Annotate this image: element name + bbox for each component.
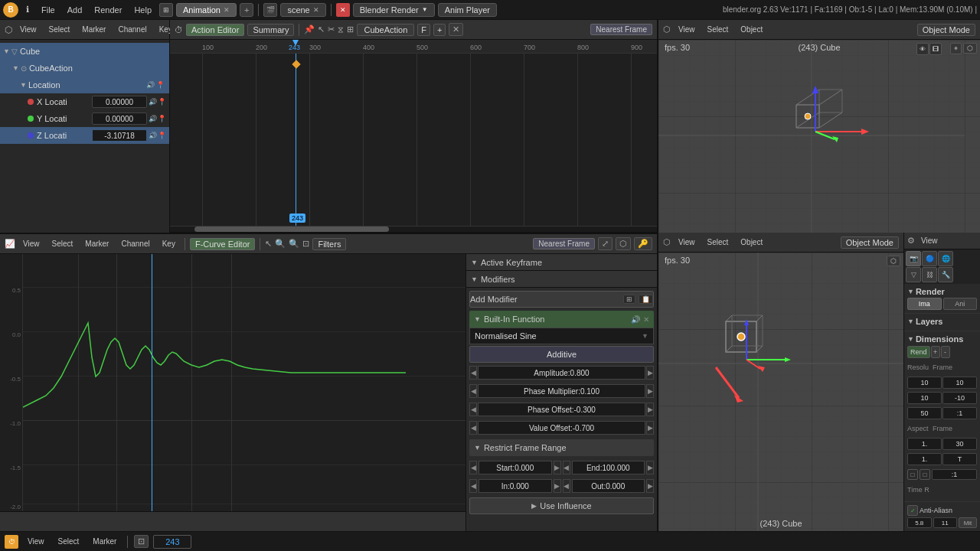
out-field[interactable]: Out:0.000 bbox=[572, 479, 645, 493]
in-inc-btn[interactable]: ▶ bbox=[554, 479, 561, 493]
resolu-val6[interactable]: :1 bbox=[942, 407, 977, 419]
tree-item-cube[interactable]: ▼ ▽ Cube bbox=[0, 43, 169, 60]
fcurve-search-icon[interactable]: 🔍 bbox=[289, 239, 299, 249]
action-name-box[interactable]: CubeAction bbox=[357, 24, 414, 36]
value-offset-dec-btn[interactable]: ◀ bbox=[469, 421, 477, 435]
object-mode-btn-top[interactable]: Object Mode bbox=[917, 24, 975, 36]
close-mod-btn[interactable]: ✕ bbox=[643, 315, 649, 324]
end-dec-btn[interactable]: ◀ bbox=[563, 461, 570, 474]
aa-checkbox[interactable]: ✓ bbox=[907, 505, 918, 516]
out-inc-btn[interactable]: ▶ bbox=[646, 479, 654, 493]
workspace-close[interactable]: ✕ bbox=[224, 6, 230, 14]
prop-tab-object[interactable]: ▽ bbox=[906, 267, 921, 282]
aa-val1[interactable]: 5.8 bbox=[907, 517, 932, 528]
copy-mod-icon[interactable]: ⊞ bbox=[623, 295, 635, 304]
check1[interactable]: □ bbox=[907, 469, 918, 480]
view-label-props[interactable]: View bbox=[916, 235, 942, 246]
tree-item-zloc[interactable]: Z Locati -3.10718 🔊 📍 bbox=[0, 127, 169, 144]
fcurve-view-menu[interactable]: View bbox=[18, 238, 44, 249]
marker-menu-status[interactable]: Marker bbox=[88, 536, 121, 547]
fcurve-marker-menu[interactable]: Marker bbox=[80, 238, 113, 249]
start-dec-btn[interactable]: ◀ bbox=[469, 461, 477, 474]
view-menu-status[interactable]: View bbox=[23, 536, 49, 547]
view-menu-3d-bot[interactable]: View bbox=[674, 236, 700, 248]
select-menu-3d-bot[interactable]: Select bbox=[703, 236, 733, 248]
resolu-val2[interactable]: 10 bbox=[942, 377, 977, 389]
object-menu-3d-bot[interactable]: Object bbox=[736, 236, 767, 248]
zoom-extent-icon[interactable]: ⤢ bbox=[598, 237, 612, 250]
select-menu-top[interactable]: Select bbox=[44, 24, 75, 35]
prop-tab-scene[interactable]: 🔵 bbox=[922, 251, 937, 266]
restrict-header-btn[interactable]: ▼ Restrict Frame Range bbox=[469, 439, 654, 456]
fcurve-canvas[interactable]: -50 0 50 100 150 200 bbox=[23, 254, 466, 531]
view-menu-3d-top[interactable]: View bbox=[674, 24, 700, 35]
close-action-btn[interactable]: ✕ bbox=[449, 23, 463, 36]
action-editor-btn[interactable]: Action Editor bbox=[186, 24, 244, 36]
frame-range-val[interactable]: :1 bbox=[932, 469, 977, 480]
active-keyframe-section[interactable]: ▼ Active Keyframe bbox=[466, 254, 657, 271]
nav-btn-bot[interactable]: ⬡ bbox=[887, 256, 900, 266]
phase-mult-field[interactable]: Phase Multiplier:0.100 bbox=[478, 384, 645, 398]
knife-icon[interactable]: ✂ bbox=[328, 24, 335, 34]
prop-tab-world[interactable]: 🌐 bbox=[938, 251, 953, 266]
pin-icon[interactable]: 📌 bbox=[304, 24, 315, 34]
fcurve-select-menu[interactable]: Select bbox=[47, 238, 78, 249]
fcurve-zoom-icon[interactable]: 🔍 bbox=[275, 239, 286, 249]
f-btn[interactable]: F bbox=[417, 24, 430, 36]
frame-val1[interactable]: 30 bbox=[942, 438, 977, 450]
fn-type-dropdown[interactable]: Normalised Sine ▼ bbox=[469, 328, 654, 344]
workspace-add-btn[interactable]: + bbox=[240, 3, 253, 17]
fcurve-channel-menu[interactable]: Channel bbox=[116, 238, 154, 249]
builtin-fn-header[interactable]: ▼ Built-In Function 🔊 ✕ bbox=[469, 311, 654, 328]
paste-mod-icon[interactable]: 📋 bbox=[639, 295, 653, 304]
in-field[interactable]: In:0.000 bbox=[479, 479, 552, 493]
nearest-frame-btn-bottom[interactable]: Nearest Frame bbox=[533, 238, 595, 249]
marker-menu-top[interactable]: Marker bbox=[77, 24, 110, 35]
scene-tab[interactable]: scene ✕ bbox=[280, 3, 325, 17]
start-field[interactable]: Start:0.000 bbox=[479, 461, 552, 474]
time-r-val[interactable]: T bbox=[942, 453, 977, 465]
select-icon[interactable]: ↖ bbox=[318, 24, 325, 34]
render-menu[interactable]: Render bbox=[90, 4, 126, 16]
resolu-val1[interactable]: 10 bbox=[907, 377, 942, 389]
out-dec-btn[interactable]: ◀ bbox=[563, 479, 570, 493]
viewport-nav-gizmo-top[interactable]: 👁 🎞 bbox=[916, 43, 942, 55]
phase-mult-inc-btn[interactable]: ▶ bbox=[646, 384, 654, 398]
amplitude-inc-btn[interactable]: ▶ bbox=[646, 366, 654, 380]
fn-mode-btn[interactable]: Additive bbox=[469, 346, 654, 363]
tree-item-location[interactable]: ▼ Location 🔊 📍 bbox=[0, 77, 169, 93]
anim-player-btn[interactable]: Anim Player bbox=[438, 3, 497, 17]
y-loc-value-box[interactable]: 0.00000 bbox=[92, 112, 147, 125]
prop-tab-modifier[interactable]: 🔧 bbox=[938, 267, 953, 282]
channel-menu-top[interactable]: Channel bbox=[113, 24, 151, 35]
aspect-val2[interactable]: 1. bbox=[907, 453, 942, 465]
end-field[interactable]: End:100.000 bbox=[572, 461, 645, 474]
info-menu-item[interactable]: ℹ bbox=[21, 3, 34, 16]
value-offset-field[interactable]: Value Offset:-0.700 bbox=[478, 421, 645, 435]
amplitude-field[interactable]: Amplitude:0.800 bbox=[478, 366, 645, 380]
prop-tab-render[interactable]: 📷 bbox=[906, 251, 921, 266]
filters-btn[interactable]: Filters bbox=[312, 238, 346, 250]
nav-zoom-btn[interactable]: ⬡ bbox=[963, 43, 977, 54]
file-menu[interactable]: File bbox=[37, 4, 60, 16]
resolu-val4[interactable]: -10 bbox=[942, 392, 977, 404]
phase-offset-field[interactable]: Phase Offset:-0.300 bbox=[478, 403, 645, 416]
start-inc-btn[interactable]: ▶ bbox=[554, 461, 561, 474]
phase-offset-dec-btn[interactable]: ◀ bbox=[469, 403, 477, 416]
check2[interactable]: □ bbox=[920, 469, 930, 480]
blender-logo[interactable]: B bbox=[3, 2, 18, 18]
end-inc-btn[interactable]: ▶ bbox=[646, 461, 654, 474]
mute-mod-icon[interactable]: 🔊 bbox=[631, 315, 640, 324]
mit-btn[interactable]: Mit bbox=[959, 517, 977, 528]
scene-close[interactable]: ✕ bbox=[313, 6, 319, 14]
phase-mult-dec-btn[interactable]: ◀ bbox=[469, 384, 477, 398]
modifiers-section[interactable]: ▼ Modifiers bbox=[466, 271, 657, 288]
nav-view-btn[interactable]: ⌖ bbox=[950, 43, 962, 54]
add-action-btn[interactable]: + bbox=[433, 24, 446, 36]
view-menu-top[interactable]: View bbox=[15, 24, 41, 35]
resolu-val3[interactable]: 10 bbox=[907, 392, 942, 404]
status-transport-icon[interactable]: ⊡ bbox=[134, 535, 149, 548]
in-dec-btn[interactable]: ◀ bbox=[469, 479, 477, 493]
x-loc-value-box[interactable]: 0.00000 bbox=[92, 96, 147, 108]
tree-item-xloc[interactable]: X Locati 0.00000 🔊 📍 bbox=[0, 93, 169, 110]
